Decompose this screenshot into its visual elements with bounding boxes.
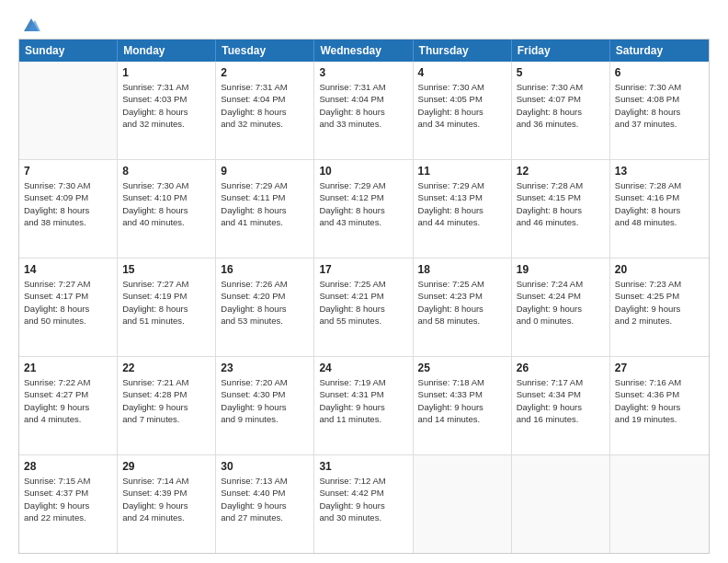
calendar-cell bbox=[512, 455, 610, 553]
cell-details: Sunrise: 7:27 AM Sunset: 4:19 PM Dayligh… bbox=[122, 278, 210, 327]
cell-details: Sunrise: 7:28 AM Sunset: 4:16 PM Dayligh… bbox=[615, 179, 704, 228]
day-number: 3 bbox=[319, 65, 407, 80]
calendar-cell: 15Sunrise: 7:27 AM Sunset: 4:19 PM Dayli… bbox=[118, 259, 216, 356]
cell-details: Sunrise: 7:18 AM Sunset: 4:33 PM Dayligh… bbox=[418, 376, 506, 425]
calendar-cell: 14Sunrise: 7:27 AM Sunset: 4:17 PM Dayli… bbox=[19, 259, 118, 356]
cell-details: Sunrise: 7:14 AM Sunset: 4:39 PM Dayligh… bbox=[122, 475, 210, 523]
day-number: 26 bbox=[517, 361, 605, 375]
cell-details: Sunrise: 7:25 AM Sunset: 4:21 PM Dayligh… bbox=[319, 278, 407, 327]
logo bbox=[18, 15, 40, 31]
day-number: 19 bbox=[517, 262, 605, 277]
day-header-tuesday: Tuesday bbox=[216, 40, 314, 62]
calendar-cell: 23Sunrise: 7:20 AM Sunset: 4:30 PM Dayli… bbox=[216, 357, 314, 454]
day-number: 22 bbox=[122, 361, 210, 375]
day-number: 4 bbox=[418, 65, 506, 80]
cell-details: Sunrise: 7:30 AM Sunset: 4:09 PM Dayligh… bbox=[24, 179, 112, 228]
day-number: 8 bbox=[122, 164, 210, 178]
day-number: 18 bbox=[418, 262, 506, 277]
cell-details: Sunrise: 7:29 AM Sunset: 4:12 PM Dayligh… bbox=[319, 179, 407, 228]
cell-details: Sunrise: 7:31 AM Sunset: 4:04 PM Dayligh… bbox=[221, 81, 309, 130]
calendar-cell: 2Sunrise: 7:31 AM Sunset: 4:04 PM Daylig… bbox=[216, 62, 314, 159]
day-number: 14 bbox=[24, 262, 112, 277]
cell-details: Sunrise: 7:24 AM Sunset: 4:24 PM Dayligh… bbox=[517, 278, 605, 327]
calendar-cell: 28Sunrise: 7:15 AM Sunset: 4:37 PM Dayli… bbox=[19, 455, 118, 553]
calendar-cell: 12Sunrise: 7:28 AM Sunset: 4:15 PM Dayli… bbox=[512, 160, 610, 258]
cell-details: Sunrise: 7:15 AM Sunset: 4:37 PM Dayligh… bbox=[24, 475, 112, 523]
cell-details: Sunrise: 7:29 AM Sunset: 4:13 PM Dayligh… bbox=[418, 179, 506, 228]
calendar-cell: 20Sunrise: 7:23 AM Sunset: 4:25 PM Dayli… bbox=[610, 259, 709, 356]
day-number: 16 bbox=[221, 262, 309, 277]
calendar-row-0: 1Sunrise: 7:31 AM Sunset: 4:03 PM Daylig… bbox=[19, 62, 709, 160]
calendar-cell: 27Sunrise: 7:16 AM Sunset: 4:36 PM Dayli… bbox=[610, 357, 709, 454]
day-number: 17 bbox=[319, 262, 407, 277]
cell-details: Sunrise: 7:29 AM Sunset: 4:11 PM Dayligh… bbox=[221, 179, 309, 228]
calendar-cell: 29Sunrise: 7:14 AM Sunset: 4:39 PM Dayli… bbox=[118, 455, 216, 553]
logo-icon bbox=[20, 15, 40, 35]
day-number: 11 bbox=[418, 164, 506, 178]
cell-details: Sunrise: 7:13 AM Sunset: 4:40 PM Dayligh… bbox=[221, 475, 309, 523]
cell-details: Sunrise: 7:23 AM Sunset: 4:25 PM Dayligh… bbox=[615, 278, 704, 327]
cell-details: Sunrise: 7:30 AM Sunset: 4:08 PM Dayligh… bbox=[615, 81, 704, 130]
cell-details: Sunrise: 7:27 AM Sunset: 4:17 PM Dayligh… bbox=[24, 278, 112, 327]
calendar-cell: 13Sunrise: 7:28 AM Sunset: 4:16 PM Dayli… bbox=[610, 160, 709, 258]
calendar-cell: 22Sunrise: 7:21 AM Sunset: 4:28 PM Dayli… bbox=[118, 357, 216, 454]
day-header-friday: Friday bbox=[512, 40, 610, 62]
day-number: 6 bbox=[615, 65, 704, 80]
cell-details: Sunrise: 7:31 AM Sunset: 4:03 PM Dayligh… bbox=[122, 81, 210, 130]
calendar-cell: 19Sunrise: 7:24 AM Sunset: 4:24 PM Dayli… bbox=[512, 259, 610, 356]
calendar-row-3: 21Sunrise: 7:22 AM Sunset: 4:27 PM Dayli… bbox=[19, 357, 709, 455]
calendar-cell: 24Sunrise: 7:19 AM Sunset: 4:31 PM Dayli… bbox=[314, 357, 413, 454]
cell-details: Sunrise: 7:21 AM Sunset: 4:28 PM Dayligh… bbox=[122, 376, 210, 425]
cell-details: Sunrise: 7:16 AM Sunset: 4:36 PM Dayligh… bbox=[615, 376, 704, 425]
cell-details: Sunrise: 7:22 AM Sunset: 4:27 PM Dayligh… bbox=[24, 376, 112, 425]
calendar-cell: 6Sunrise: 7:30 AM Sunset: 4:08 PM Daylig… bbox=[610, 62, 709, 159]
day-number: 13 bbox=[615, 164, 704, 178]
calendar-cell: 16Sunrise: 7:26 AM Sunset: 4:20 PM Dayli… bbox=[216, 259, 314, 356]
day-number: 9 bbox=[221, 164, 309, 178]
calendar-cell: 26Sunrise: 7:17 AM Sunset: 4:34 PM Dayli… bbox=[512, 357, 610, 454]
calendar-cell: 10Sunrise: 7:29 AM Sunset: 4:12 PM Dayli… bbox=[314, 160, 413, 258]
day-number: 1 bbox=[122, 65, 210, 80]
day-number: 15 bbox=[122, 262, 210, 277]
calendar-cell: 7Sunrise: 7:30 AM Sunset: 4:09 PM Daylig… bbox=[19, 160, 118, 258]
day-number: 30 bbox=[221, 459, 309, 474]
calendar-row-1: 7Sunrise: 7:30 AM Sunset: 4:09 PM Daylig… bbox=[19, 160, 709, 259]
calendar-cell bbox=[19, 62, 118, 159]
calendar-body: 1Sunrise: 7:31 AM Sunset: 4:03 PM Daylig… bbox=[19, 62, 709, 553]
calendar-row-4: 28Sunrise: 7:15 AM Sunset: 4:37 PM Dayli… bbox=[19, 455, 709, 553]
calendar-cell: 21Sunrise: 7:22 AM Sunset: 4:27 PM Dayli… bbox=[19, 357, 118, 454]
day-number: 7 bbox=[24, 164, 112, 178]
calendar-cell: 9Sunrise: 7:29 AM Sunset: 4:11 PM Daylig… bbox=[216, 160, 314, 258]
cell-details: Sunrise: 7:28 AM Sunset: 4:15 PM Dayligh… bbox=[517, 179, 605, 228]
day-number: 5 bbox=[517, 65, 605, 80]
cell-details: Sunrise: 7:20 AM Sunset: 4:30 PM Dayligh… bbox=[221, 376, 309, 425]
header bbox=[18, 15, 710, 31]
day-number: 23 bbox=[221, 361, 309, 375]
calendar: SundayMondayTuesdayWednesdayThursdayFrid… bbox=[18, 39, 710, 554]
calendar-cell: 11Sunrise: 7:29 AM Sunset: 4:13 PM Dayli… bbox=[414, 160, 512, 258]
calendar-cell: 31Sunrise: 7:12 AM Sunset: 4:42 PM Dayli… bbox=[314, 455, 413, 553]
day-header-monday: Monday bbox=[118, 40, 216, 62]
calendar-cell: 30Sunrise: 7:13 AM Sunset: 4:40 PM Dayli… bbox=[216, 455, 314, 553]
calendar-cell: 5Sunrise: 7:30 AM Sunset: 4:07 PM Daylig… bbox=[512, 62, 610, 159]
calendar-cell bbox=[414, 455, 512, 553]
day-number: 20 bbox=[615, 262, 704, 277]
day-header-sunday: Sunday bbox=[19, 40, 118, 62]
day-number: 21 bbox=[24, 361, 112, 375]
page: SundayMondayTuesdayWednesdayThursdayFrid… bbox=[0, 0, 728, 563]
day-number: 2 bbox=[221, 65, 309, 80]
calendar-cell: 3Sunrise: 7:31 AM Sunset: 4:04 PM Daylig… bbox=[314, 62, 413, 159]
day-number: 25 bbox=[418, 361, 506, 375]
cell-details: Sunrise: 7:12 AM Sunset: 4:42 PM Dayligh… bbox=[319, 475, 407, 523]
calendar-row-2: 14Sunrise: 7:27 AM Sunset: 4:17 PM Dayli… bbox=[19, 259, 709, 357]
calendar-cell: 25Sunrise: 7:18 AM Sunset: 4:33 PM Dayli… bbox=[414, 357, 512, 454]
calendar-cell bbox=[610, 455, 709, 553]
day-number: 10 bbox=[319, 164, 407, 178]
day-header-saturday: Saturday bbox=[610, 40, 709, 62]
day-header-wednesday: Wednesday bbox=[314, 40, 413, 62]
day-number: 12 bbox=[517, 164, 605, 178]
calendar-cell: 4Sunrise: 7:30 AM Sunset: 4:05 PM Daylig… bbox=[414, 62, 512, 159]
cell-details: Sunrise: 7:17 AM Sunset: 4:34 PM Dayligh… bbox=[517, 376, 605, 425]
calendar-header: SundayMondayTuesdayWednesdayThursdayFrid… bbox=[19, 40, 709, 62]
cell-details: Sunrise: 7:25 AM Sunset: 4:23 PM Dayligh… bbox=[418, 278, 506, 327]
